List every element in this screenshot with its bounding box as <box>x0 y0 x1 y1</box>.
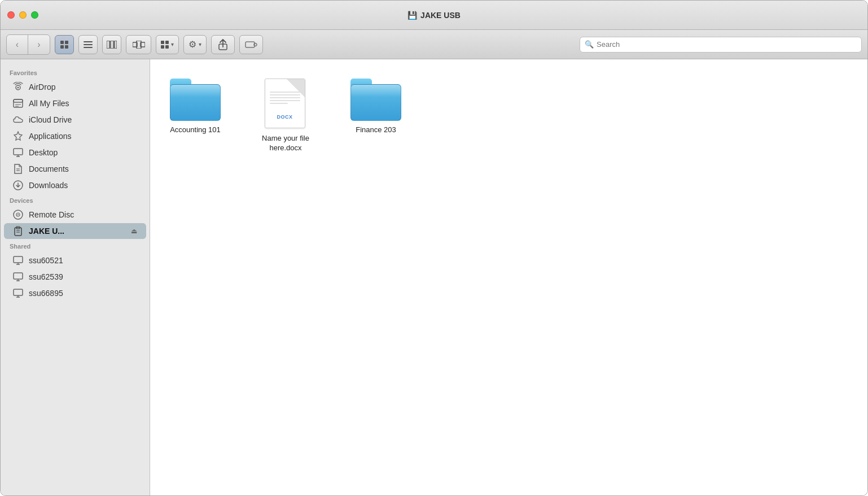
svg-rect-3 <box>107 41 109 49</box>
file-item-finance-203[interactable]: Finance 203 <box>348 76 404 137</box>
svg-point-11 <box>254 43 257 46</box>
window-title: 💾 JAKE USB <box>407 11 461 20</box>
desktop-label: Desktop <box>29 148 58 157</box>
sidebar-item-airdrop[interactable]: AirDrop <box>4 79 146 95</box>
svg-rect-5 <box>115 41 117 49</box>
desktop-icon <box>13 147 23 158</box>
ssu62539-icon <box>13 272 23 282</box>
airdrop-icon <box>13 82 23 92</box>
content-area: Accounting 101 DOCX <box>150 59 867 495</box>
view-icon-grid-button[interactable] <box>55 35 74 54</box>
grid-view-icon <box>60 41 68 49</box>
eject-button[interactable]: ⏏ <box>131 227 137 235</box>
downloads-icon <box>13 180 23 190</box>
remote-disc-icon <box>13 210 23 220</box>
sidebar-item-downloads[interactable]: Downloads <box>4 177 146 193</box>
sidebar-item-ssu62539[interactable]: ssu62539 <box>4 269 146 285</box>
column-view-icon <box>107 41 117 49</box>
file-name-docx: Name your file here.docx <box>260 134 312 153</box>
jake-usb-label: JAKE U... <box>29 227 64 236</box>
tag-button[interactable] <box>239 35 263 54</box>
sidebar: Favorites AirDrop <box>1 59 150 495</box>
gear-icon: ⚙ <box>188 39 196 50</box>
applications-label: Applications <box>29 132 72 141</box>
toolbar: ‹ › <box>1 30 867 59</box>
jake-usb-icon <box>13 226 23 236</box>
svg-rect-34 <box>14 273 23 279</box>
view-column-button[interactable] <box>102 35 121 54</box>
arrange-icon <box>161 41 169 49</box>
ssu60521-label: ssu60521 <box>29 256 63 265</box>
traffic-lights <box>7 11 38 19</box>
share-button[interactable] <box>211 35 235 54</box>
documents-icon <box>13 164 23 174</box>
svg-rect-18 <box>14 149 23 155</box>
all-my-files-icon <box>13 98 23 108</box>
file-item-docx[interactable]: DOCX Name your file here.docx <box>257 76 314 155</box>
folder-icon-accounting <box>170 79 221 121</box>
sidebar-item-documents[interactable]: Documents <box>4 161 146 177</box>
list-view-icon <box>84 41 93 49</box>
maximize-button[interactable] <box>31 11 38 19</box>
ssu62539-label: ssu62539 <box>29 272 63 281</box>
svg-rect-10 <box>246 42 255 47</box>
sidebar-item-jake-usb[interactable]: JAKE U... ⏏ <box>4 223 146 239</box>
arrange-dropdown[interactable]: ▾ <box>156 35 179 54</box>
main-area: Favorites AirDrop <box>1 59 867 495</box>
applications-icon <box>13 131 23 141</box>
usb-drive-icon: 💾 <box>407 11 417 20</box>
svg-point-26 <box>17 214 19 215</box>
remote-disc-label: Remote Disc <box>29 210 74 219</box>
arrange-chevron-icon: ▾ <box>171 41 174 47</box>
sidebar-item-applications[interactable]: Applications <box>4 128 146 144</box>
shared-section-title: Shared <box>1 240 150 252</box>
view-coverflow-button[interactable] <box>126 35 151 54</box>
file-name-accounting-101: Accounting 101 <box>170 125 221 135</box>
downloads-label: Downloads <box>29 181 68 190</box>
sidebar-item-all-my-files[interactable]: All My Files <box>4 95 146 111</box>
sidebar-item-ssu60521[interactable]: ssu60521 <box>4 253 146 268</box>
icloud-icon <box>13 115 23 125</box>
sidebar-item-icloud-drive[interactable]: iCloud Drive <box>4 112 146 128</box>
documents-label: Documents <box>29 164 69 173</box>
sidebar-item-remote-disc[interactable]: Remote Disc <box>4 207 146 223</box>
ssu66895-icon <box>13 288 23 298</box>
favorites-section-title: Favorites <box>1 66 150 79</box>
sidebar-item-ssu66895[interactable]: ssu66895 <box>4 285 146 301</box>
share-icon <box>218 39 227 50</box>
svg-point-13 <box>17 87 19 89</box>
minimize-button[interactable] <box>19 11 27 19</box>
back-button[interactable]: ‹ <box>7 35 28 54</box>
gear-chevron-icon: ▾ <box>199 41 201 47</box>
search-input[interactable] <box>597 40 857 49</box>
search-bar[interactable]: 🔍 <box>580 37 862 53</box>
search-icon: 🔍 <box>585 40 594 49</box>
svg-rect-2 <box>84 47 93 48</box>
view-list-button[interactable] <box>78 35 98 54</box>
svg-rect-15 <box>14 99 23 102</box>
folder-icon-finance <box>350 79 401 121</box>
docx-icon: DOCX <box>265 79 307 129</box>
tag-icon <box>245 41 257 49</box>
ssu66895-label: ssu66895 <box>29 289 63 298</box>
title-label: JAKE USB <box>420 11 461 20</box>
forward-button[interactable]: › <box>28 35 50 54</box>
devices-section-title: Devices <box>1 194 150 206</box>
svg-rect-37 <box>14 289 23 295</box>
svg-rect-0 <box>84 41 93 42</box>
sidebar-item-desktop[interactable]: Desktop <box>4 145 146 160</box>
svg-rect-1 <box>84 44 93 45</box>
finder-window: 💾 JAKE USB ‹ › <box>0 0 868 496</box>
forward-icon: › <box>37 40 40 50</box>
coverflow-icon <box>133 41 145 49</box>
airdrop-label: AirDrop <box>29 82 55 92</box>
file-name-finance-203: Finance 203 <box>356 125 396 135</box>
file-item-accounting-101[interactable]: Accounting 101 <box>167 76 223 137</box>
close-button[interactable] <box>7 11 15 19</box>
icloud-label: iCloud Drive <box>29 115 72 124</box>
nav-button-group: ‹ › <box>6 34 50 55</box>
svg-rect-4 <box>111 41 113 49</box>
back-icon: ‹ <box>16 40 19 50</box>
action-dropdown[interactable]: ⚙ ▾ <box>183 35 207 54</box>
ssu60521-icon <box>13 255 23 266</box>
